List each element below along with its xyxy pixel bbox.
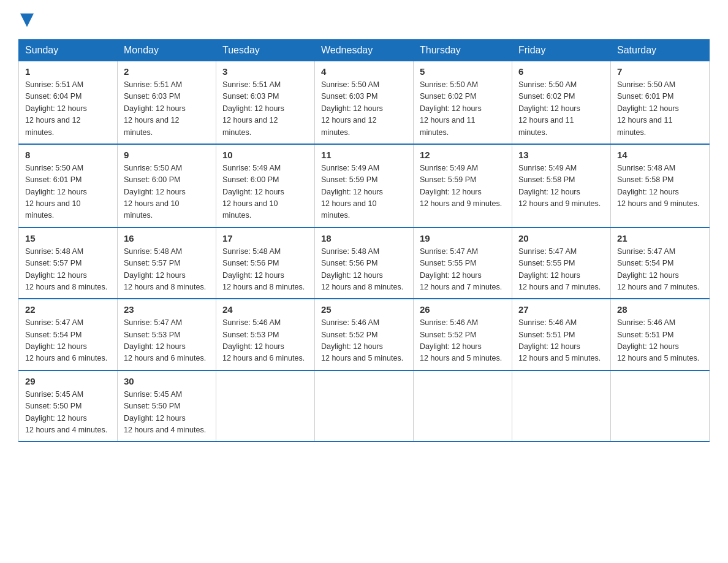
header-cell-monday: Monday [118,40,216,61]
day-number: 7 [617,66,703,77]
day-info: Sunrise: 5:50 AMSunset: 6:02 PMDaylight:… [518,79,604,139]
day-info: Sunrise: 5:46 AMSunset: 5:52 PMDaylight:… [420,317,506,365]
calendar-day-cell: 3Sunrise: 5:51 AMSunset: 6:03 PMDaylight… [216,61,315,144]
calendar-day-cell: 12Sunrise: 5:49 AMSunset: 5:59 PMDayligh… [414,144,512,228]
calendar-day-cell: 22Sunrise: 5:47 AMSunset: 5:54 PMDayligh… [19,299,118,370]
calendar-day-cell: 1Sunrise: 5:51 AMSunset: 6:04 PMDaylight… [19,61,118,144]
calendar-day-cell: 18Sunrise: 5:48 AMSunset: 5:56 PMDayligh… [315,228,414,299]
calendar-day-cell: 29Sunrise: 5:45 AMSunset: 5:50 PMDayligh… [19,370,118,442]
day-info: Sunrise: 5:48 AMSunset: 5:56 PMDaylight:… [222,246,308,294]
day-number: 15 [25,233,111,243]
calendar-day-cell: 8Sunrise: 5:50 AMSunset: 6:01 PMDaylight… [19,144,118,228]
header-cell-tuesday: Tuesday [216,40,315,61]
day-number: 13 [518,150,604,160]
calendar-day-cell: 24Sunrise: 5:46 AMSunset: 5:53 PMDayligh… [216,299,315,370]
day-number: 11 [321,150,407,160]
day-number: 23 [124,304,210,315]
day-info: Sunrise: 5:47 AMSunset: 5:55 PMDaylight:… [518,246,604,294]
logo [18,12,34,27]
day-info: Sunrise: 5:50 AMSunset: 6:03 PMDaylight:… [321,79,407,139]
calendar-day-cell: 11Sunrise: 5:49 AMSunset: 5:59 PMDayligh… [315,144,414,228]
day-info: Sunrise: 5:49 AMSunset: 5:59 PMDaylight:… [420,163,506,210]
day-info: Sunrise: 5:50 AMSunset: 6:02 PMDaylight:… [420,79,506,139]
day-number: 16 [124,233,210,243]
calendar-day-cell [414,370,512,442]
calendar-day-cell: 15Sunrise: 5:48 AMSunset: 5:57 PMDayligh… [19,228,118,299]
calendar-day-cell: 17Sunrise: 5:48 AMSunset: 5:56 PMDayligh… [216,228,315,299]
day-number: 27 [518,304,604,315]
calendar-day-cell: 25Sunrise: 5:46 AMSunset: 5:52 PMDayligh… [315,299,414,370]
day-number: 6 [518,66,604,77]
day-number: 21 [617,233,703,243]
day-info: Sunrise: 5:47 AMSunset: 5:55 PMDaylight:… [420,246,506,294]
header-row: SundayMondayTuesdayWednesdayThursdayFrid… [19,40,710,61]
day-number: 30 [124,376,210,386]
day-info: Sunrise: 5:51 AMSunset: 6:03 PMDaylight:… [222,79,308,139]
calendar-day-cell: 30Sunrise: 5:45 AMSunset: 5:50 PMDayligh… [118,370,216,442]
day-info: Sunrise: 5:46 AMSunset: 5:52 PMDaylight:… [321,317,407,365]
calendar-day-cell: 14Sunrise: 5:48 AMSunset: 5:58 PMDayligh… [611,144,710,228]
day-info: Sunrise: 5:46 AMSunset: 5:51 PMDaylight:… [518,317,604,365]
day-info: Sunrise: 5:46 AMSunset: 5:53 PMDaylight:… [222,317,308,365]
day-number: 17 [222,233,308,243]
calendar-day-cell [315,370,414,442]
day-info: Sunrise: 5:49 AMSunset: 5:59 PMDaylight:… [321,163,407,222]
calendar-table: SundayMondayTuesdayWednesdayThursdayFrid… [18,39,710,442]
day-info: Sunrise: 5:51 AMSunset: 6:03 PMDaylight:… [124,79,210,139]
calendar-day-cell [611,370,710,442]
logo-triangle-icon [20,13,34,27]
day-number: 22 [25,304,111,315]
day-number: 14 [617,150,703,160]
day-info: Sunrise: 5:50 AMSunset: 6:00 PMDaylight:… [124,163,210,222]
day-number: 10 [222,150,308,160]
day-number: 28 [617,304,703,315]
calendar-day-cell: 23Sunrise: 5:47 AMSunset: 5:53 PMDayligh… [118,299,216,370]
calendar-week-row: 29Sunrise: 5:45 AMSunset: 5:50 PMDayligh… [19,370,710,442]
day-info: Sunrise: 5:45 AMSunset: 5:50 PMDaylight:… [124,389,210,437]
day-number: 2 [124,66,210,77]
day-info: Sunrise: 5:46 AMSunset: 5:51 PMDaylight:… [617,317,703,365]
calendar-day-cell: 21Sunrise: 5:47 AMSunset: 5:54 PMDayligh… [611,228,710,299]
calendar-day-cell: 4Sunrise: 5:50 AMSunset: 6:03 PMDaylight… [315,61,414,144]
day-number: 26 [420,304,506,315]
calendar-day-cell: 20Sunrise: 5:47 AMSunset: 5:55 PMDayligh… [512,228,611,299]
calendar-day-cell: 7Sunrise: 5:50 AMSunset: 6:01 PMDaylight… [611,61,710,144]
calendar-day-cell [216,370,315,442]
calendar-day-cell: 27Sunrise: 5:46 AMSunset: 5:51 PMDayligh… [512,299,611,370]
day-info: Sunrise: 5:47 AMSunset: 5:53 PMDaylight:… [124,317,210,365]
day-number: 4 [321,66,407,77]
calendar-day-cell: 6Sunrise: 5:50 AMSunset: 6:02 PMDaylight… [512,61,611,144]
calendar-week-row: 22Sunrise: 5:47 AMSunset: 5:54 PMDayligh… [19,299,710,370]
day-number: 9 [124,150,210,160]
day-info: Sunrise: 5:49 AMSunset: 6:00 PMDaylight:… [222,163,308,222]
header-cell-thursday: Thursday [414,40,512,61]
day-number: 19 [420,233,506,243]
day-info: Sunrise: 5:48 AMSunset: 5:56 PMDaylight:… [321,246,407,294]
day-number: 24 [222,304,308,315]
day-number: 20 [518,233,604,243]
day-info: Sunrise: 5:45 AMSunset: 5:50 PMDaylight:… [25,389,111,437]
calendar-day-cell: 5Sunrise: 5:50 AMSunset: 6:02 PMDaylight… [414,61,512,144]
header-cell-wednesday: Wednesday [315,40,414,61]
day-number: 8 [25,150,111,160]
calendar-day-cell: 2Sunrise: 5:51 AMSunset: 6:03 PMDaylight… [118,61,216,144]
day-info: Sunrise: 5:47 AMSunset: 5:54 PMDaylight:… [617,246,703,294]
calendar-week-row: 15Sunrise: 5:48 AMSunset: 5:57 PMDayligh… [19,228,710,299]
page-header [18,12,710,27]
calendar-week-row: 8Sunrise: 5:50 AMSunset: 6:01 PMDaylight… [19,144,710,228]
day-info: Sunrise: 5:48 AMSunset: 5:57 PMDaylight:… [25,246,111,294]
day-number: 1 [25,66,111,77]
day-info: Sunrise: 5:48 AMSunset: 5:58 PMDaylight:… [617,163,703,210]
header-cell-sunday: Sunday [19,40,118,61]
calendar-day-cell: 16Sunrise: 5:48 AMSunset: 5:57 PMDayligh… [118,228,216,299]
svg-marker-0 [20,13,34,27]
calendar-body: 1Sunrise: 5:51 AMSunset: 6:04 PMDaylight… [19,61,710,442]
calendar-day-cell: 9Sunrise: 5:50 AMSunset: 6:00 PMDaylight… [118,144,216,228]
day-info: Sunrise: 5:51 AMSunset: 6:04 PMDaylight:… [25,79,111,139]
day-number: 12 [420,150,506,160]
day-number: 18 [321,233,407,243]
day-info: Sunrise: 5:50 AMSunset: 6:01 PMDaylight:… [617,79,703,139]
day-info: Sunrise: 5:47 AMSunset: 5:54 PMDaylight:… [25,317,111,365]
calendar-day-cell: 10Sunrise: 5:49 AMSunset: 6:00 PMDayligh… [216,144,315,228]
calendar-day-cell: 28Sunrise: 5:46 AMSunset: 5:51 PMDayligh… [611,299,710,370]
